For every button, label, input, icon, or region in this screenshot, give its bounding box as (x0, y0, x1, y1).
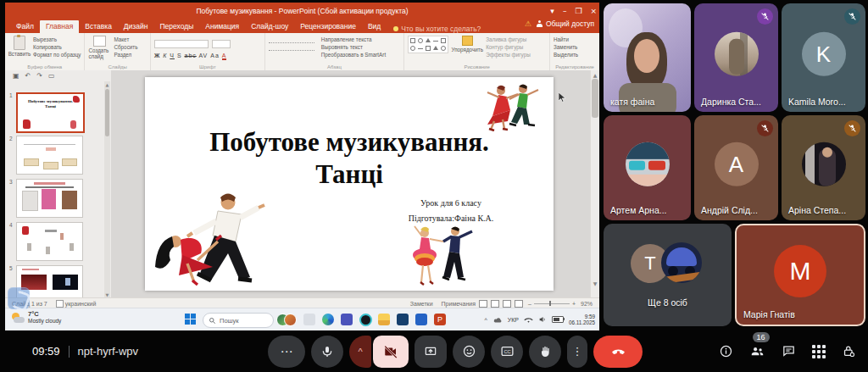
start-slideshow-icon[interactable]: ▭ (48, 72, 55, 80)
normal-view-button[interactable] (479, 300, 487, 308)
tray-chevron-icon[interactable]: ^ (484, 317, 487, 323)
tab-home[interactable]: Главная (40, 20, 79, 33)
text-direction-button[interactable]: Направление текста (321, 36, 386, 43)
slide-thumbnail-2[interactable] (16, 136, 83, 175)
underline-button[interactable]: Ч (170, 53, 175, 58)
restore-button[interactable]: ❒ (575, 7, 581, 15)
keyboard-layout[interactable]: УКР (508, 317, 519, 323)
zoom-in-button[interactable]: + (572, 301, 576, 307)
reading-view-button[interactable] (503, 300, 511, 308)
slideshow-view-button[interactable] (515, 300, 523, 308)
taskbar-search[interactable]: Пошук (203, 313, 274, 328)
font-size-box[interactable] (212, 40, 231, 48)
taskbar-icon-powerpoint[interactable]: P (434, 314, 446, 325)
arrange-button[interactable]: Упорядочить (453, 36, 481, 53)
tab-slideshow[interactable]: Слайд-шоу (245, 20, 294, 33)
font-color-button[interactable]: А (222, 53, 227, 60)
font-name-box[interactable] (154, 40, 209, 48)
end-call-button[interactable] (593, 336, 643, 368)
more-effects-button[interactable]: ⋯ (268, 336, 305, 368)
comments-button[interactable]: Примечания (442, 301, 476, 307)
italic-button[interactable]: К (163, 53, 167, 58)
participant-tile-kamila[interactable]: K Kamila Moro... (782, 3, 865, 112)
find-button[interactable]: Найти (554, 36, 596, 43)
task-view-profiles[interactable] (276, 314, 297, 325)
slide-scrollbar[interactable]: ▲ ▼ (590, 70, 599, 298)
tell-me-box[interactable]: Что вы хотите сделать? (393, 25, 481, 33)
select-button[interactable]: Выделить (554, 51, 596, 58)
redo-icon[interactable]: ↷ (36, 72, 42, 80)
taskbar-icon-explorer[interactable] (378, 314, 390, 325)
replace-button[interactable]: Заменить (554, 43, 596, 51)
more-participants-tile[interactable]: T Ще 8 осіб (604, 224, 732, 326)
more-options-button[interactable]: ⋮ (567, 336, 587, 368)
participant-tile-katya[interactable]: катя фаіна (604, 3, 691, 112)
slide-thumbnail-3[interactable] (16, 179, 83, 218)
slide-thumbnail-4[interactable] (16, 222, 83, 261)
host-controls-button[interactable] (842, 344, 856, 358)
start-button[interactable] (185, 314, 196, 325)
new-slide-button[interactable]: Создать слайд (88, 36, 110, 59)
close-button[interactable]: × (590, 7, 597, 15)
camera-options-caret[interactable]: ^ (349, 336, 371, 368)
sorter-view-button[interactable] (491, 300, 499, 308)
people-panel-button[interactable]: 16 (749, 343, 765, 359)
wifi-icon[interactable] (524, 316, 533, 324)
tab-design[interactable]: Дизайн (118, 20, 154, 33)
current-slide[interactable]: Побутове музикування. Танці Урок для 6 к… (145, 77, 554, 291)
taskbar-icon-app[interactable] (415, 314, 427, 325)
tab-transitions[interactable]: Переходы (153, 20, 199, 33)
shape-outline-button[interactable]: Контур фигуры (486, 43, 530, 51)
shapes-gallery[interactable] (408, 36, 448, 53)
taskbar-icon-clock[interactable] (359, 314, 372, 326)
zoom-out-button[interactable]: – (528, 301, 531, 307)
zoom-slider[interactable] (534, 303, 570, 304)
raise-hand-button[interactable] (529, 336, 561, 368)
camera-off-button[interactable] (373, 336, 409, 368)
align-text-button[interactable]: Выровнять текст (321, 43, 386, 51)
weather-widget[interactable]: 7°C Mostly cloudy (11, 311, 61, 324)
participant-tile-artem[interactable]: Артем Арна... (604, 115, 691, 220)
volume-icon[interactable] (538, 315, 547, 324)
participant-tile-mariia-speaking[interactable]: M Марія Гнатів (735, 224, 865, 326)
reactions-button[interactable] (453, 336, 485, 368)
save-icon[interactable]: ▣ (13, 72, 19, 80)
strikethrough-button[interactable]: abc (185, 53, 197, 58)
reset-button[interactable]: Сбросить (114, 43, 137, 51)
notes-button[interactable]: Заметки (410, 301, 433, 307)
screen-share-overlay-icon[interactable] (8, 287, 30, 309)
tab-file[interactable]: Файл (10, 20, 40, 33)
present-screen-button[interactable] (415, 336, 447, 368)
section-button[interactable]: Раздел (114, 51, 137, 58)
copy-button[interactable]: Копировать (33, 43, 81, 51)
cut-button[interactable]: Вырезать (33, 36, 81, 43)
onedrive-icon[interactable] (492, 316, 503, 324)
chat-panel-button[interactable] (782, 344, 796, 358)
taskbar-icon-widgets[interactable] (303, 314, 315, 325)
battery-icon[interactable] (552, 316, 564, 323)
shape-effects-button[interactable]: Эффекты фигуры (486, 51, 530, 58)
slide-thumbnail-1[interactable]: Побутове музикування. Танці (16, 92, 85, 133)
tab-review[interactable]: Рецензирование (294, 20, 362, 33)
participant-tile-andrii[interactable]: А Андрій Слід... (694, 115, 778, 220)
list-align-buttons[interactable] (269, 36, 314, 58)
char-spacing-button[interactable]: AV (198, 53, 208, 58)
minimize-button[interactable]: – (563, 7, 567, 15)
shadow-button[interactable]: S (177, 53, 182, 58)
participant-tile-arina[interactable]: Аріна Степа... (782, 115, 865, 220)
tab-view[interactable]: Вид (362, 20, 387, 33)
microphone-button[interactable] (311, 336, 343, 368)
smartart-button[interactable]: Преобразовать в SmartArt (321, 51, 386, 58)
share-button[interactable]: Общий доступ (537, 19, 594, 28)
tab-insert[interactable]: Вставка (79, 20, 118, 33)
ribbon-display-options-button[interactable]: ▾ (550, 7, 554, 15)
shape-fill-button[interactable]: Заливка фигуры (486, 36, 530, 43)
captions-button[interactable]: CC (491, 336, 523, 368)
thumbnail-scrollbar[interactable]: ▲ ▼ (104, 81, 110, 298)
taskbar-icon-teams[interactable] (341, 314, 353, 325)
taskbar-icon-store[interactable] (397, 314, 409, 325)
zoom-level[interactable]: 92% (581, 301, 593, 307)
layout-button[interactable]: Макет (114, 36, 137, 43)
undo-icon[interactable]: ↶ (25, 72, 31, 80)
bold-button[interactable]: Ж (154, 53, 160, 58)
